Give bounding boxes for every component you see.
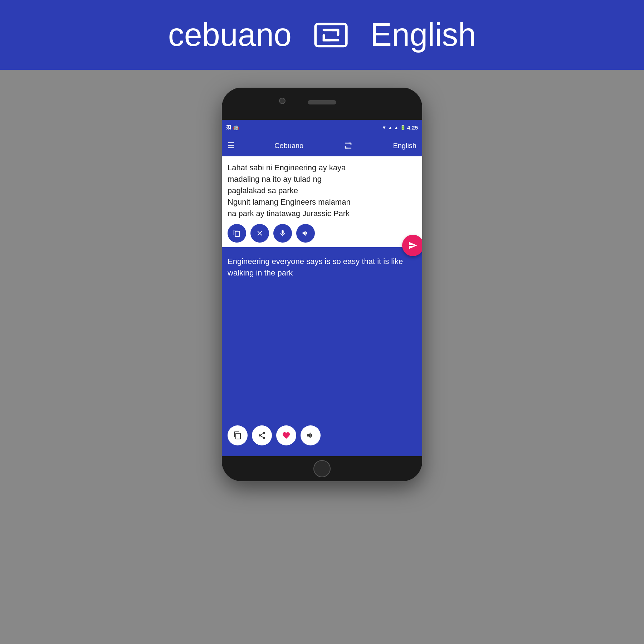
input-text-line2: madaling na ito ay tulad ng — [228, 175, 322, 184]
battery-icon: 🔋 — [400, 125, 406, 130]
phone-speaker-grille — [308, 100, 336, 104]
input-actions — [228, 224, 416, 243]
output-speaker-button[interactable] — [301, 425, 321, 445]
status-right-area: ▼ ▲ ▲ 🔋 4:25 — [382, 125, 418, 131]
microphone-button[interactable] — [273, 224, 292, 243]
android-status-icon: 🤖 — [233, 125, 239, 130]
image-status-icon: 🖼 — [226, 125, 231, 130]
background-area: 🖼 🤖 ▼ ▲ ▲ 🔋 4:25 ☰ Cebuano — [0, 70, 644, 644]
phone-frame: 🖼 🤖 ▼ ▲ ▲ 🔋 4:25 ☰ Cebuano — [222, 88, 422, 481]
input-text-line5: na park ay tinatawag Jurassic Park — [228, 209, 350, 218]
phone-screen: 🖼 🤖 ▼ ▲ ▲ 🔋 4:25 ☰ Cebuano — [222, 120, 422, 456]
signal-icon: ▲ — [388, 125, 392, 130]
toolbar-lang-to[interactable]: English — [393, 142, 416, 150]
clipboard-button[interactable] — [228, 224, 246, 243]
share-button[interactable] — [252, 425, 272, 445]
status-left-icons: 🖼 🤖 — [226, 125, 239, 130]
phone-bottom-bezel — [222, 456, 422, 481]
send-button[interactable] — [402, 235, 422, 256]
top-header: cebuano English — [0, 0, 644, 70]
status-bar: 🖼 🤖 ▼ ▲ ▲ 🔋 4:25 — [222, 120, 422, 135]
input-area[interactable]: Lahat sabi ni Engineering ay kaya madali… — [222, 156, 422, 247]
favorite-button[interactable] — [276, 425, 296, 445]
output-text: Engineering everyone says is so easy tha… — [228, 256, 416, 279]
output-actions — [228, 425, 321, 445]
phone-camera — [279, 98, 286, 104]
input-text-line3: paglalakad sa parke — [228, 186, 298, 195]
phone-home-button[interactable] — [313, 460, 331, 477]
clear-button[interactable] — [250, 224, 269, 243]
toolbar-swap-button[interactable] — [343, 142, 353, 150]
clock: 4:25 — [407, 125, 418, 131]
input-text-line1: Lahat sabi ni Engineering ay kaya — [228, 163, 346, 172]
wifi-icon: ▼ — [382, 125, 386, 130]
input-text-line4: Ngunit lamang Engineers malaman — [228, 197, 351, 206]
header-lang-from[interactable]: cebuano — [168, 16, 292, 53]
output-area: Engineering everyone says is so easy tha… — [222, 247, 422, 456]
header-swap-icon[interactable] — [313, 21, 349, 49]
input-speaker-button[interactable] — [296, 224, 315, 243]
header-lang-to[interactable]: English — [370, 16, 476, 53]
svg-rect-0 — [316, 24, 347, 46]
signal2-icon: ▲ — [394, 125, 399, 130]
app-toolbar: ☰ Cebuano English — [222, 135, 422, 156]
menu-button[interactable]: ☰ — [228, 141, 235, 150]
copy-button[interactable] — [228, 425, 248, 445]
phone-top-bezel — [222, 88, 422, 120]
input-text: Lahat sabi ni Engineering ay kaya madali… — [228, 162, 416, 219]
toolbar-lang-from[interactable]: Cebuano — [274, 142, 303, 150]
